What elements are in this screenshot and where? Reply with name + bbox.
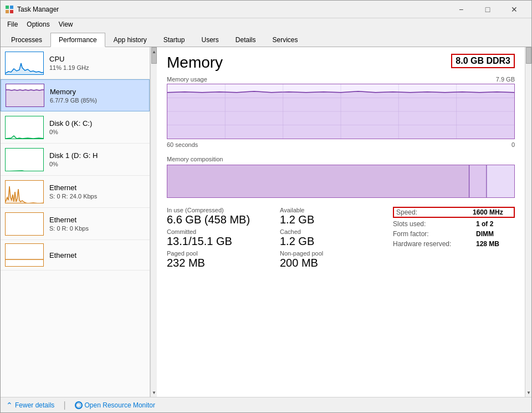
tab-details[interactable]: Details [227, 32, 264, 47]
disk0-mini-chart [5, 116, 44, 139]
cpu-item-text: CPU 11% 1.19 GHz [49, 55, 89, 71]
speed-stat-row: Speed: 1600 MHz [393, 207, 515, 218]
tab-services[interactable]: Services [264, 32, 306, 47]
stats-grid: In use (Compressed) 6.6 GB (458 MB) Avai… [167, 207, 376, 269]
slots-label: Slots used: [393, 220, 426, 228]
speed-value: 1600 MHz [473, 208, 511, 216]
composition-label: Memory composition [167, 156, 515, 162]
cpu-item-sub: 11% 1.19 GHz [49, 64, 89, 71]
memory-usage-chart [167, 84, 515, 139]
slots-value: 1 of 2 [476, 220, 515, 228]
sidebar-item-memory[interactable]: Memory 6.7/7.9 GB (85%) [1, 79, 150, 111]
memory-type-badge: 8.0 GB DDR3 [451, 54, 515, 68]
stat-committed: Committed 13.1/15.1 GB [167, 228, 263, 248]
sidebar-item-eth1[interactable]: Ethernet S: 0 R: 0 Kbps [1, 208, 150, 240]
close-button[interactable]: ✕ [502, 1, 527, 18]
stat-paged-pool: Paged pool 232 MB [167, 250, 263, 269]
scroll-arrow-down[interactable]: ▼ [151, 388, 157, 397]
available-value: 1.2 GB [280, 213, 376, 226]
disk1-item-sub: 0% [49, 161, 98, 167]
fewer-details-link[interactable]: ⌃ Fewer details [6, 401, 54, 410]
main-scrollbar[interactable]: ▲ ▼ [525, 47, 531, 397]
svg-rect-0 [6, 6, 9, 9]
main-scroll-arrow-down[interactable]: ▼ [525, 388, 531, 397]
slots-stat-row: Slots used: 1 of 2 [393, 220, 515, 228]
menu-options[interactable]: Options [22, 19, 54, 29]
non-paged-pool-label: Non-paged pool [280, 250, 376, 257]
sidebar-scroll[interactable]: CPU 11% 1.19 GHz Memory 6.7/7.9 GB ( [1, 47, 150, 397]
committed-label: Committed [167, 228, 263, 235]
eth2-item-name: Ethernet [49, 251, 76, 259]
stat-non-paged-pool: Non-paged pool 200 MB [280, 250, 376, 269]
memory-item-text: Memory 6.7/7.9 GB (85%) [50, 88, 97, 104]
hw-reserved-value: 128 MB [476, 240, 515, 248]
tab-app-history[interactable]: App history [105, 32, 155, 47]
form-label: Form factor: [393, 230, 429, 238]
main-scroll-thumb[interactable] [526, 47, 531, 64]
tab-startup[interactable]: Startup [155, 32, 193, 47]
sidebar-item-disk0[interactable]: Disk 0 (K: C:) 0% [1, 111, 150, 144]
disk1-mini-chart [5, 148, 44, 171]
menu-view[interactable]: View [54, 19, 78, 29]
sidebar-item-eth0[interactable]: Ethernet S: 0 R: 24.0 Kbps [1, 176, 150, 208]
eth1-item-sub: S: 0 R: 0 Kbps [49, 225, 89, 232]
title-bar: Task Manager − □ ✕ [1, 1, 531, 18]
eth2-item-text: Ethernet [49, 251, 76, 259]
status-divider: | [63, 400, 65, 410]
stat-cached: Cached 1.2 GB [280, 228, 376, 248]
eth0-mini-chart [5, 180, 44, 203]
page-title: Memory [167, 54, 223, 72]
fewer-details-icon: ⌃ [6, 401, 13, 410]
svg-rect-3 [10, 10, 13, 13]
stats-section: In use (Compressed) 6.6 GB (458 MB) Avai… [167, 207, 515, 269]
eth2-mini-chart [5, 243, 44, 267]
cached-label: Cached [280, 228, 376, 235]
speed-label: Speed: [396, 208, 417, 216]
form-stat-row: Form factor: DIMM [393, 230, 515, 238]
app-icon [5, 5, 14, 14]
stat-available: Available 1.2 GB [280, 207, 376, 226]
hw-reserved-stat-row: Hardware reserved: 128 MB [393, 240, 515, 248]
disk0-item-name: Disk 0 (K: C:) [49, 119, 92, 128]
fewer-details-label: Fewer details [15, 401, 54, 409]
maximize-button[interactable]: □ [475, 1, 500, 18]
cpu-mini-chart [5, 52, 44, 75]
sidebar-item-eth2[interactable]: Ethernet [1, 240, 150, 271]
window-controls: − □ ✕ [448, 1, 527, 18]
svg-rect-2 [6, 10, 9, 13]
disk1-item-name: Disk 1 (D: G: H [49, 151, 98, 160]
tab-processes[interactable]: Processes [3, 32, 50, 47]
svg-rect-16 [487, 165, 514, 197]
sidebar-item-disk1[interactable]: Disk 1 (D: G: H 0% [1, 144, 150, 176]
stat-in-use: In use (Compressed) 6.6 GB (458 MB) [167, 207, 263, 226]
cpu-item-name: CPU [49, 55, 89, 63]
sidebar: CPU 11% 1.19 GHz Memory 6.7/7.9 GB ( [1, 47, 150, 397]
resource-monitor-icon: ◯ [75, 401, 83, 409]
scroll-arrow-up[interactable]: ▲ [151, 47, 157, 56]
open-resource-monitor-link[interactable]: ◯ Open Resource Monitor [75, 401, 155, 409]
left-stats: In use (Compressed) 6.6 GB (458 MB) Avai… [167, 207, 376, 269]
resource-monitor-label: Open Resource Monitor [85, 401, 155, 409]
eth1-item-name: Ethernet [49, 216, 89, 224]
available-label: Available [280, 207, 376, 213]
memory-usage-label: Memory usage [167, 76, 207, 83]
non-paged-pool-value: 200 MB [280, 257, 376, 269]
svg-rect-14 [167, 165, 469, 197]
disk0-item-text: Disk 0 (K: C:) 0% [49, 119, 92, 135]
tab-users[interactable]: Users [193, 32, 227, 47]
status-bar: ⌃ Fewer details | ◯ Open Resource Monito… [1, 397, 531, 412]
eth1-mini-chart [5, 212, 44, 236]
sidebar-scrollbar[interactable]: ▲ ▼ [150, 47, 157, 397]
minimize-button[interactable]: − [448, 1, 474, 18]
eth0-item-name: Ethernet [49, 183, 97, 192]
tab-performance[interactable]: Performance [50, 33, 105, 47]
time-start: 60 seconds [167, 141, 198, 148]
main-header: Memory 8.0 GB DDR3 [167, 54, 515, 72]
paged-pool-label: Paged pool [167, 250, 263, 257]
menu-file[interactable]: File [3, 19, 22, 29]
hw-reserved-label: Hardware reserved: [393, 240, 451, 248]
form-value: DIMM [476, 230, 515, 238]
sidebar-item-cpu[interactable]: CPU 11% 1.19 GHz [1, 47, 150, 79]
time-end: 0 [511, 141, 515, 148]
memory-item-sub: 6.7/7.9 GB (85%) [50, 97, 97, 104]
